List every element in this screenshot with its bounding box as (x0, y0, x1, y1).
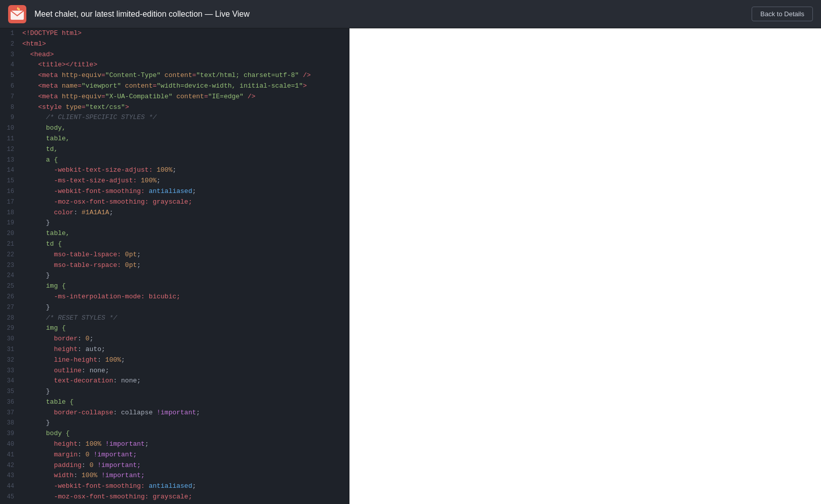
line-content: <meta http-equiv="X-UA-Compatible" conte… (20, 92, 349, 102)
code-line: 28 /* RESET STYLES */ (0, 313, 349, 324)
line-content: } (20, 418, 349, 429)
line-content: -webkit-text-size-adjust: 100%; (20, 165, 349, 176)
line-content: -webkit-font-smoothing: antialiased; (20, 481, 349, 492)
line-content: } (20, 386, 349, 397)
line-content: -moz-osx-font-smoothing: grayscale; (20, 492, 349, 502)
line-content: table, (20, 134, 349, 144)
line-content: img { (20, 281, 349, 292)
line-number: 39 (0, 429, 20, 439)
code-panel[interactable]: 1<!DOCTYPE html>2<html>3 <head>4 <title>… (0, 28, 349, 504)
line-number: 14 (0, 165, 20, 176)
page-title: Meet chalet, our latest limited-edition … (34, 10, 744, 19)
code-line: 27 } (0, 302, 349, 313)
line-number: 21 (0, 239, 20, 250)
line-number: 23 (0, 260, 20, 271)
line-number: 10 (0, 123, 20, 134)
line-content: -ms-interpolation-mode: bicubic; (20, 292, 349, 302)
line-content: <meta name="viewport" content="width=dev… (20, 81, 349, 92)
line-number: 12 (0, 144, 20, 155)
line-content: -ms-text-size-adjust: 100%; (20, 176, 349, 186)
line-content: border: 0; (20, 334, 349, 344)
line-number: 24 (0, 270, 20, 281)
line-number: 8 (0, 102, 20, 113)
code-line: 3 <head> (0, 50, 349, 60)
line-number: 28 (0, 313, 20, 324)
line-content: <html> (20, 39, 349, 50)
code-line: 26 -ms-interpolation-mode: bicubic; (0, 292, 349, 302)
code-line: 2<html> (0, 39, 349, 50)
back-to-details-button[interactable]: Back to Details (752, 7, 813, 21)
code-line: 32 line-height: 100%; (0, 355, 349, 366)
line-number: 33 (0, 366, 20, 376)
line-number: 18 (0, 208, 20, 218)
line-content: td, (20, 144, 349, 155)
line-content: height: auto; (20, 344, 349, 355)
line-number: 15 (0, 176, 20, 186)
line-number: 16 (0, 186, 20, 197)
header: Meet chalet, our latest limited-edition … (0, 0, 821, 28)
code-line: 25 img { (0, 281, 349, 292)
code-line: 37 border-collapse: collapse !important; (0, 408, 349, 418)
line-number: 27 (0, 302, 20, 313)
line-content: mso-table-lspace: 0pt; (20, 250, 349, 260)
code-line: 33 outline: none; (0, 366, 349, 376)
line-number: 30 (0, 334, 20, 344)
line-number: 11 (0, 134, 20, 144)
code-line: 20 table, (0, 228, 349, 239)
code-line: 22 mso-table-lspace: 0pt; (0, 250, 349, 260)
code-line: 31 height: auto; (0, 344, 349, 355)
line-number: 36 (0, 397, 20, 408)
code-line: 21 td { (0, 239, 349, 250)
line-content: height: 100% !important; (20, 439, 349, 450)
line-content: table, (20, 228, 349, 239)
code-line: 9 /* CLIENT-SPECIFIC STYLES */ (0, 112, 349, 123)
code-line: 8 <style type="text/css"> (0, 102, 349, 113)
line-number: 6 (0, 81, 20, 92)
code-line: 40 height: 100% !important; (0, 439, 349, 450)
line-content: -webkit-font-smoothing: antialiased; (20, 186, 349, 197)
code-line: 41 margin: 0 !important; (0, 450, 349, 460)
line-number: 32 (0, 355, 20, 366)
code-line: 35 } (0, 386, 349, 397)
code-line: 10 body, (0, 123, 349, 134)
line-content: td { (20, 239, 349, 250)
code-line: 29 img { (0, 323, 349, 334)
line-content: margin: 0 !important; (20, 450, 349, 460)
line-content: body { (20, 429, 349, 439)
line-content: mso-table-rspace: 0pt; (20, 260, 349, 271)
code-line: 4 <title></title> (0, 60, 349, 70)
code-line: 23 mso-table-rspace: 0pt; (0, 260, 349, 271)
line-content: <style type="text/css"> (20, 102, 349, 113)
line-number: 42 (0, 460, 20, 471)
code-line: 12 td, (0, 144, 349, 155)
code-line: 43 width: 100% !important; (0, 471, 349, 481)
line-content: } (20, 302, 349, 313)
line-number: 40 (0, 439, 20, 450)
line-number: 20 (0, 228, 20, 239)
line-number: 4 (0, 60, 20, 70)
code-line: 30 border: 0; (0, 334, 349, 344)
line-content: <meta http-equiv="Content-Type" content=… (20, 70, 349, 81)
code-line: 45 -moz-osx-font-smoothing: grayscale; (0, 492, 349, 502)
line-number: 37 (0, 408, 20, 418)
line-content: a { (20, 155, 349, 166)
code-line: 1<!DOCTYPE html> (0, 28, 349, 39)
code-line: 5 <meta http-equiv="Content-Type" conten… (0, 70, 349, 81)
line-content: body, (20, 123, 349, 134)
code-line: 39 body { (0, 429, 349, 439)
line-content: <!DOCTYPE html> (20, 28, 349, 39)
code-line: 19 } (0, 218, 349, 228)
line-number: 41 (0, 450, 20, 460)
line-content: border-collapse: collapse !important; (20, 408, 349, 418)
line-number: 9 (0, 112, 20, 123)
code-line: 16 -webkit-font-smoothing: antialiased; (0, 186, 349, 197)
code-line: 44 -webkit-font-smoothing: antialiased; (0, 481, 349, 492)
line-content: padding: 0 !important; (20, 460, 349, 471)
line-content: table { (20, 397, 349, 408)
preview-panel (349, 28, 821, 504)
line-content: color: #1A1A1A; (20, 208, 349, 218)
line-content: line-height: 100%; (20, 355, 349, 366)
code-editor: 1<!DOCTYPE html>2<html>3 <head>4 <title>… (0, 28, 349, 504)
line-number: 31 (0, 344, 20, 355)
line-number: 5 (0, 70, 20, 81)
